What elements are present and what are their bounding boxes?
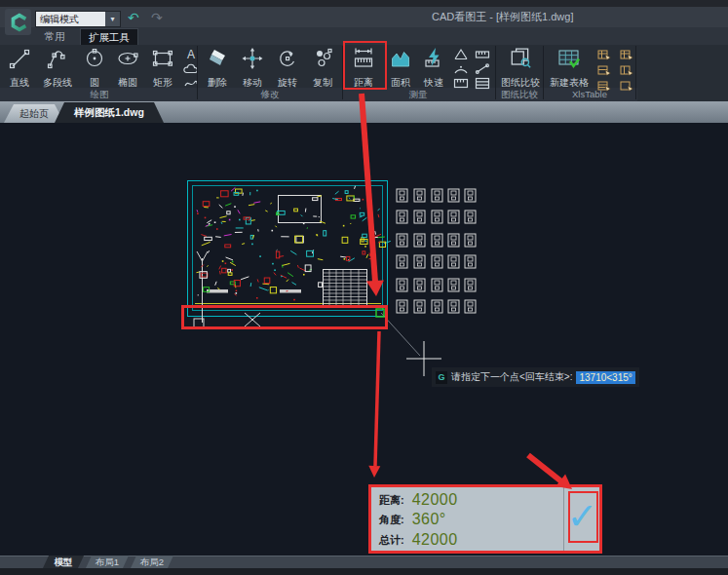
- measure-row-distance: 距离: 42000: [379, 490, 458, 510]
- xls-tool-1-button[interactable]: [594, 49, 615, 62]
- slope-measure-button[interactable]: [473, 61, 492, 75]
- rectangle-button[interactable]: 矩形: [146, 45, 179, 88]
- ellipse-button[interactable]: 椭圆: [111, 45, 144, 88]
- mode-dropdown[interactable]: 编辑模式 ▾: [35, 11, 121, 27]
- area-icon: [390, 47, 411, 70]
- layout-tab-model[interactable]: 模型: [43, 556, 84, 568]
- app-logo: [5, 9, 31, 35]
- angle-icon: [453, 48, 469, 60]
- tab-extended-tools[interactable]: 扩展工具: [80, 28, 138, 45]
- ribbon-group-xlstable: 新建表格: [546, 45, 637, 94]
- xls-tool-icon: [620, 65, 634, 77]
- tab-common[interactable]: 常用: [33, 28, 76, 45]
- copy-button[interactable]: 复制: [306, 45, 339, 88]
- layout-tab-layout1[interactable]: 布局1: [86, 556, 129, 568]
- prompt-logo-icon: G: [436, 371, 447, 384]
- ribbon-group-modify: 删除 移动 旋转 复制: [201, 45, 339, 88]
- xlstable-tools: [594, 45, 637, 94]
- logo-icon: [8, 12, 29, 33]
- measure-extra-tools-1: [451, 45, 471, 90]
- revision-cloud-button[interactable]: [181, 61, 201, 75]
- panel-divider: [563, 487, 564, 551]
- move-icon: [242, 47, 263, 70]
- area-button[interactable]: 面积: [385, 45, 416, 88]
- ribbon-group-compare: 图纸比较: [498, 45, 543, 88]
- group-caption-modify: 修改: [201, 88, 339, 101]
- layout-tab-layout2[interactable]: 布局2: [131, 556, 173, 568]
- drawing-canvas[interactable]: [0, 123, 728, 556]
- doc-tab-sample-drawing[interactable]: 样例图纸1.dwg: [55, 102, 164, 123]
- circle-button[interactable]: 圆: [80, 45, 109, 88]
- xls-tool-2-button[interactable]: [617, 49, 637, 62]
- dynamic-input-value[interactable]: 13710<315°: [576, 371, 634, 384]
- chevron-down-icon[interactable]: ▾: [105, 12, 120, 26]
- slope-icon: [475, 62, 490, 75]
- mode-dropdown-label: 编辑模式: [36, 13, 105, 26]
- xls-tool-3-button[interactable]: [594, 64, 615, 78]
- polyline-button[interactable]: 多段线: [37, 45, 78, 88]
- xls-tool-icon: [597, 65, 612, 77]
- rotate-icon: [277, 47, 298, 70]
- arc-icon: [453, 62, 469, 75]
- prompt-text: 请指定下一个点<回车结束>:: [451, 370, 572, 384]
- line-icon: [9, 47, 30, 70]
- group-divider: [635, 46, 636, 99]
- new-table-button[interactable]: 新建表格: [546, 45, 593, 88]
- rotate-button[interactable]: 旋转: [271, 45, 304, 88]
- ribbon-group-draw: 直线 多段线 圆 椭圆 矩形 A: [4, 45, 201, 90]
- quick-measure-icon: [423, 47, 444, 70]
- doc-tab-start-page[interactable]: 起始页: [4, 104, 64, 123]
- polyline-icon: [47, 47, 68, 70]
- drawing-compare-button[interactable]: 图纸比较: [498, 45, 543, 88]
- arc-measure-button[interactable]: [451, 61, 471, 75]
- undo-button[interactable]: ↶: [128, 10, 139, 25]
- eraser-icon: [207, 47, 228, 70]
- text-tool-button[interactable]: A: [181, 47, 201, 60]
- compare-icon: [509, 47, 532, 70]
- copy-icon: [312, 47, 333, 70]
- group-caption-compare: 图纸比较: [496, 88, 543, 101]
- erase-button[interactable]: 删除: [201, 45, 234, 88]
- circle-icon: [84, 47, 105, 70]
- dynamic-input-tooltip: G 请指定下一个点<回车结束>: 13710<315°: [432, 367, 639, 387]
- annotation-box-distance-button: [343, 41, 387, 90]
- group-caption-draw: 绘图: [4, 88, 195, 101]
- draw-extra-tools: A: [181, 45, 201, 90]
- measure-extra-tools-2: [473, 45, 492, 90]
- ellipse-icon: [117, 47, 138, 70]
- status-strip: [0, 568, 728, 575]
- xls-tool-icon: [597, 50, 612, 61]
- comb-ruler-icon: [475, 48, 490, 60]
- comb-ruler-button[interactable]: [473, 47, 492, 60]
- xls-tool-4-button[interactable]: [617, 64, 637, 78]
- xls-tool-icon: [620, 50, 634, 61]
- measure-row-total: 总计: 42000: [379, 530, 458, 550]
- group-divider: [197, 46, 198, 99]
- window-title: CAD看图王 - [样例图纸1.dwg]: [432, 10, 573, 24]
- redo-button[interactable]: ↷: [151, 10, 163, 25]
- measure-row-angle: 角度: 360°: [379, 510, 446, 529]
- measure-result-panel: 距离: 42000 角度: 360° 总计: 42000 ✓: [368, 484, 602, 554]
- new-table-icon: [557, 47, 581, 70]
- annotation-box-check: [568, 491, 598, 543]
- quick-measure-button[interactable]: 快速: [418, 45, 449, 88]
- os-top-strip: [0, 0, 728, 7]
- svg-text:A: A: [187, 48, 195, 60]
- move-button[interactable]: 移动: [236, 45, 269, 88]
- group-caption-xlstable: XlsTable: [544, 88, 635, 101]
- angle-measure-button[interactable]: [451, 47, 471, 60]
- line-button[interactable]: 直线: [4, 45, 35, 88]
- group-caption-measure: 测量: [344, 88, 492, 101]
- rectangle-icon: [152, 47, 173, 70]
